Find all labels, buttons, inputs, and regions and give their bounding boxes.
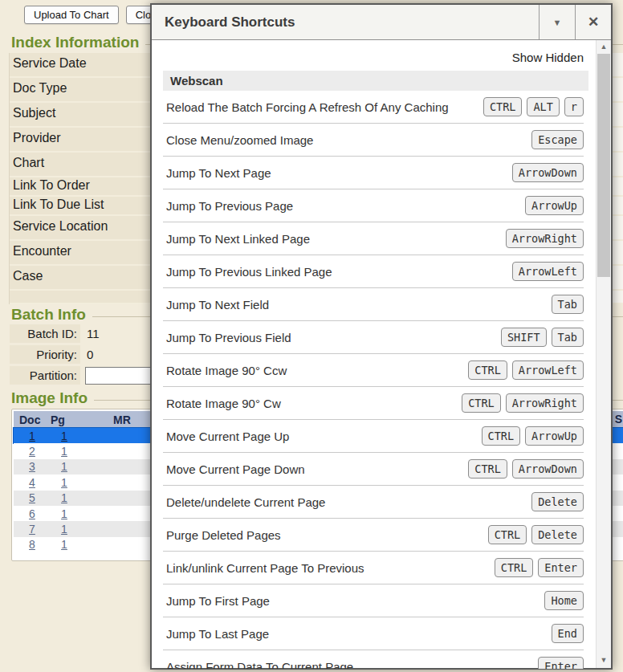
scrollbar-thumb[interactable] bbox=[597, 54, 610, 277]
pg-cell: 1 bbox=[51, 491, 78, 505]
shortcut-row: Jump To First PageHome bbox=[163, 584, 584, 617]
index-field-label: Link To Order bbox=[10, 177, 154, 195]
index-field-label: Subject bbox=[10, 103, 154, 126]
shortcut-label: Assign Form Data To Current Page bbox=[163, 658, 528, 670]
shortcut-label: Delete/undelete Current Page bbox=[163, 494, 522, 511]
shortcut-row: Close Menu/zoomed ImageEscape bbox=[163, 124, 584, 157]
modal-body: Show Hidden Webscan Reload The Batch For… bbox=[152, 40, 611, 669]
index-field-label-empty bbox=[10, 291, 154, 303]
modal-title: Keyboard Shortcuts bbox=[152, 5, 539, 39]
doc-link[interactable]: 5 bbox=[29, 491, 35, 504]
shortcut-row: Jump To Previous PageArrowUp bbox=[163, 189, 584, 222]
doc-link[interactable]: 2 bbox=[29, 445, 35, 458]
key-badge: ALT bbox=[527, 97, 559, 116]
key-badge: CTRL bbox=[488, 525, 527, 544]
index-information-title: Index Information bbox=[11, 34, 139, 51]
key-badge: ArrowRight bbox=[506, 229, 584, 248]
keyboard-shortcuts-modal: Keyboard Shortcuts ▼ ✕ Show Hidden Websc… bbox=[150, 3, 613, 670]
shortcut-row: Jump To Next Linked PageArrowRight bbox=[163, 222, 584, 255]
modal-close-button[interactable]: ✕ bbox=[575, 5, 611, 39]
pg-link[interactable]: 1 bbox=[61, 476, 67, 489]
index-field-label: Service Date bbox=[10, 53, 154, 76]
doc-link[interactable]: 8 bbox=[29, 538, 35, 551]
pg-link[interactable]: 1 bbox=[61, 460, 67, 473]
batch-id-value: 11 bbox=[80, 327, 100, 340]
scrollbar-down-icon[interactable]: ▼ bbox=[597, 654, 611, 666]
doc-link[interactable]: 3 bbox=[29, 460, 35, 473]
key-badge: ArrowLeft bbox=[512, 262, 584, 281]
doc-cell: 4 bbox=[14, 475, 51, 490]
doc-cell: 6 bbox=[14, 507, 51, 521]
shortcut-keys: CTRLArrowUp bbox=[482, 426, 584, 446]
key-badge: CTRL bbox=[482, 426, 521, 446]
index-field-label: Encounter bbox=[10, 241, 154, 264]
show-hidden-link[interactable]: Show Hidden bbox=[163, 51, 584, 64]
shortcut-label: Move Current Page Up bbox=[163, 428, 472, 445]
collapse-button[interactable]: ▼ bbox=[539, 5, 575, 39]
key-badge: Delete bbox=[531, 492, 584, 511]
shortcut-keys: Escape bbox=[531, 130, 584, 149]
pg-cell: 1 bbox=[51, 444, 78, 458]
scrollbar-up-icon[interactable]: ▲ bbox=[597, 40, 611, 53]
column-status-partial: S bbox=[615, 413, 622, 426]
shortcut-keys: Enter bbox=[538, 657, 584, 669]
key-badge: Tab bbox=[552, 328, 584, 347]
shortcut-keys: CTRLDelete bbox=[488, 525, 584, 544]
pg-cell: 1 bbox=[51, 537, 78, 552]
shortcut-row: Delete/undelete Current PageDelete bbox=[163, 486, 584, 519]
image-info-title: Image Info bbox=[11, 389, 88, 407]
section-header-webscan: Webscan bbox=[163, 71, 588, 91]
shortcut-keys: ArrowRight bbox=[506, 229, 584, 248]
index-field-label: Case bbox=[10, 266, 154, 289]
modal-titlebar: Keyboard Shortcuts ▼ ✕ bbox=[152, 5, 611, 40]
doc-link[interactable]: 7 bbox=[29, 523, 35, 536]
key-badge: End bbox=[552, 624, 584, 643]
doc-cell: 2 bbox=[14, 444, 51, 458]
shortcut-row: Move Current Page DownCTRLArrowDown bbox=[163, 453, 584, 486]
pg-link[interactable]: 1 bbox=[61, 445, 67, 458]
shortcut-label: Jump To Previous Field bbox=[163, 329, 491, 346]
doc-link[interactable]: 4 bbox=[29, 476, 35, 489]
key-badge: CTRL bbox=[468, 459, 507, 479]
shortcut-row: Assign Form Data To Current PageEnter bbox=[163, 650, 584, 669]
key-badge: ArrowRight bbox=[506, 393, 584, 413]
doc-link[interactable]: 6 bbox=[29, 507, 35, 520]
shortcut-keys: CTRLArrowLeft bbox=[468, 360, 584, 380]
shortcut-label: Close Menu/zoomed Image bbox=[163, 132, 522, 149]
key-badge: SHIFT bbox=[501, 328, 547, 347]
page-background: Upload To Chart Close ? Index Informatio… bbox=[0, 0, 623, 672]
key-badge: CTRL bbox=[462, 393, 501, 413]
shortcut-label: Jump To Previous Page bbox=[163, 198, 515, 214]
key-badge: Escape bbox=[531, 130, 584, 149]
shortcut-label: Jump To Next Page bbox=[163, 165, 503, 181]
pg-link[interactable]: 1 bbox=[61, 507, 67, 520]
pg-link[interactable]: 1 bbox=[61, 523, 67, 536]
index-field-label: Link To Due List bbox=[10, 197, 154, 214]
doc-link[interactable]: 1 bbox=[29, 430, 35, 442]
batch-id-label: Batch ID: bbox=[10, 324, 80, 343]
pg-cell: 1 bbox=[51, 507, 78, 521]
pg-link[interactable]: 1 bbox=[61, 430, 67, 442]
pg-link[interactable]: 1 bbox=[61, 491, 67, 504]
index-field-label: Provider bbox=[10, 128, 154, 151]
upload-to-chart-button[interactable]: Upload To Chart bbox=[24, 6, 119, 24]
pg-link[interactable]: 1 bbox=[61, 538, 67, 551]
column-pg: Pg bbox=[51, 413, 78, 426]
modal-scrollbar[interactable]: ▲ ▼ bbox=[596, 40, 611, 668]
close-icon: ✕ bbox=[588, 14, 599, 31]
key-badge: ArrowDown bbox=[512, 459, 584, 479]
key-badge: Enter bbox=[538, 558, 584, 577]
shortcut-keys: Home bbox=[544, 591, 584, 610]
index-field-label: Doc Type bbox=[10, 78, 154, 101]
shortcut-row: Jump To Next PageArrowDown bbox=[163, 157, 584, 189]
shortcut-list: Reload The Batch Forcing A Refresh Of An… bbox=[163, 91, 584, 669]
shortcut-keys: End bbox=[552, 624, 584, 643]
shortcut-row: Rotate Image 90° CwCTRLArrowRight bbox=[163, 387, 584, 420]
key-badge: CTRL bbox=[468, 360, 507, 380]
key-badge: ArrowLeft bbox=[512, 360, 584, 380]
shortcut-label: Jump To Last Page bbox=[163, 625, 542, 642]
index-field-label: Chart bbox=[10, 153, 154, 176]
doc-cell: 1 bbox=[14, 429, 51, 443]
key-badge: Home bbox=[544, 591, 584, 610]
priority-value: 0 bbox=[80, 348, 93, 361]
